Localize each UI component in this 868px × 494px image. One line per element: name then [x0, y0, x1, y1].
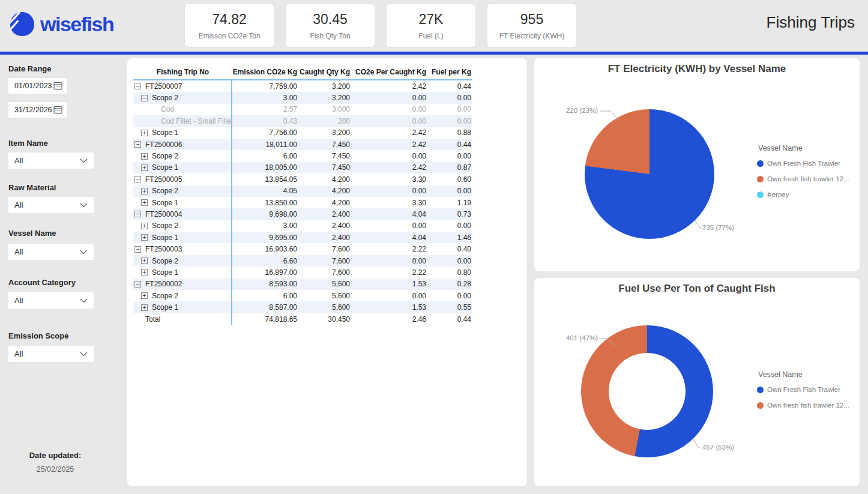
table-row[interactable]: +Scope 26.007,4500.000.00	[133, 150, 472, 161]
row-label: Scope 1	[152, 303, 178, 312]
collapse-icon[interactable]: −	[134, 141, 141, 148]
expand-icon[interactable]: +	[141, 269, 148, 276]
table-row[interactable]: +Scope 24.054,2000.000.00	[133, 185, 472, 197]
value-cell: 2.22	[351, 243, 427, 255]
table-row[interactable]: Cod Fillet - Small Fillet0.432000.000.00	[133, 115, 472, 127]
raw-material-dropdown[interactable]: All	[8, 197, 94, 213]
legend-item[interactable]: Own Fresh Fish Trawler	[757, 385, 858, 394]
table-row[interactable]: +Scope 19,695.002,4004.041.46	[133, 232, 472, 243]
emissions-matrix-card: Fishing Trip No Emission CO2e Kg Caught …	[127, 58, 527, 486]
table-row[interactable]: +Scope 18,587.005,6001.530.55	[133, 301, 472, 313]
row-label: Scope 1	[152, 128, 178, 137]
row-label: Scope 1	[152, 268, 178, 277]
end-date-input[interactable]: 31/12/2026	[8, 102, 67, 118]
table-row[interactable]: Total74,818.6530,4502.460.44	[133, 313, 472, 325]
legend-item[interactable]: Own fresh fish trawler 12...	[757, 175, 858, 183]
expand-icon[interactable]: +	[141, 164, 148, 171]
column-header[interactable]: CO2e Per Caught Kg	[351, 68, 427, 76]
column-header[interactable]: Emission CO2e Kg	[232, 68, 298, 76]
value-cell: 0.00	[427, 220, 472, 232]
expand-icon[interactable]: +	[141, 258, 148, 264]
calendar-icon[interactable]	[53, 82, 62, 90]
legend-item[interactable]: Þerney	[757, 190, 858, 199]
value-cell: 7,450	[298, 162, 351, 173]
table-row[interactable]: +Scope 23.002,4000.000.00	[133, 220, 472, 232]
legend-item[interactable]: Own fresh fish trawler 12...	[757, 401, 858, 409]
row-label: Scope 2	[152, 221, 178, 230]
chevron-down-icon	[80, 203, 88, 208]
value-cell: 5,600	[298, 290, 351, 301]
expand-icon[interactable]: +	[141, 130, 148, 136]
value-cell: 0.44	[427, 139, 472, 150]
row-label: Scope 2	[152, 94, 178, 102]
row-label: FT2500007	[145, 82, 182, 91]
legend-item[interactable]: Own Fresh Fish Trawler	[757, 159, 858, 167]
row-label: Cod	[161, 105, 174, 113]
table-row[interactable]: +Scope 113,850.004,2003.301.19	[133, 197, 472, 208]
value-cell: 16,897.00	[232, 267, 298, 278]
table-row[interactable]: Cod2.573,0000.000.00	[133, 104, 472, 115]
column-header[interactable]: Fishing Trip No	[133, 68, 232, 76]
value-cell: 74,818.65	[232, 313, 298, 325]
collapse-icon[interactable]: −	[134, 246, 141, 253]
value-cell: 0.00	[351, 104, 427, 115]
table-row[interactable]: −FT25000049,698.002,4004.040.73	[133, 208, 472, 220]
column-header[interactable]: Caught Qty Kg	[298, 68, 351, 76]
collapse-icon[interactable]: −	[141, 95, 148, 101]
table-row[interactable]: −Scope 23.003,2000.000.00	[133, 92, 472, 103]
table-row[interactable]: −FT250000513,854.054,2003.300.60	[133, 173, 472, 185]
expand-icon[interactable]: +	[141, 223, 148, 229]
calendar-icon[interactable]	[53, 106, 62, 114]
value-cell: 3,000	[298, 104, 351, 115]
expand-icon[interactable]: +	[141, 234, 148, 241]
collapse-icon[interactable]: −	[134, 176, 141, 182]
table-row[interactable]: −FT250000618,011.007,4502.420.44	[133, 139, 472, 150]
value-cell: 5,600	[298, 279, 351, 290]
collapse-icon[interactable]: −	[134, 211, 141, 217]
value-cell: 4,200	[298, 173, 351, 185]
column-header[interactable]: Fuel per Kg	[427, 68, 472, 76]
legend-dot-icon	[757, 402, 764, 409]
item-name-dropdown[interactable]: All	[8, 152, 94, 169]
expand-icon[interactable]: +	[141, 304, 148, 311]
raw-material-label: Raw Material	[8, 183, 56, 192]
row-header-cell: Cod	[133, 104, 232, 115]
collapse-icon[interactable]: −	[134, 281, 141, 288]
brand-name: wisefish	[40, 13, 113, 36]
value-cell: 1.53	[351, 279, 427, 290]
row-header-cell: +Scope 1	[133, 162, 232, 173]
kpi-value: 74.82	[212, 11, 247, 28]
table-row[interactable]: −FT25000028,593.005,6001.530.28	[133, 279, 472, 290]
collapse-icon[interactable]: −	[134, 83, 141, 89]
expand-icon[interactable]: +	[141, 292, 148, 299]
wisefish-logo: wisefish	[10, 11, 113, 37]
expand-icon[interactable]: +	[141, 188, 148, 194]
leader-lines	[534, 278, 750, 464]
filter-sidebar: Date Range 01/01/2023 31/12/2026 Item Na…	[0, 55, 127, 494]
emission-scope-dropdown[interactable]: All	[8, 346, 94, 362]
value-cell: 1.53	[351, 301, 427, 313]
start-date-input[interactable]: 01/01/2023	[8, 78, 67, 94]
table-row[interactable]: −FT250000316,903.607,6002.220.40	[133, 243, 472, 255]
account-category-dropdown[interactable]: All	[8, 292, 94, 309]
value-cell: 8,587.00	[232, 301, 298, 313]
date-range-label: Date Range	[8, 64, 52, 73]
donut-legend: Vessel Name Own Fresh Fish TrawlerOwn fr…	[757, 370, 858, 417]
table-row[interactable]: +Scope 118,005.007,4502.420.87	[133, 162, 472, 173]
legend-label: Þerney	[767, 191, 789, 198]
table-row[interactable]: +Scope 26.005,6000.000.00	[133, 290, 472, 301]
value-cell: 0.55	[427, 301, 472, 313]
vessel-name-dropdown[interactable]: All	[8, 244, 94, 260]
value-cell: 0.44	[427, 313, 472, 325]
table-row[interactable]: −FT25000077,759.003,2002.420.44	[133, 80, 472, 92]
expand-icon[interactable]: +	[141, 153, 148, 160]
table-row[interactable]: +Scope 17,756.003,2002.420.88	[133, 127, 472, 139]
kpi-label: Fish Qty Ton	[310, 32, 350, 40]
row-label: FT2500003	[145, 245, 182, 253]
table-row[interactable]: +Scope 26.607,6000.000.00	[133, 255, 472, 267]
expand-icon[interactable]: +	[141, 199, 148, 206]
header-divider	[0, 52, 868, 55]
value-cell: 0.00	[427, 290, 472, 301]
table-row[interactable]: +Scope 116,897.007,6002.220.80	[133, 267, 472, 278]
value-cell: 2.46	[351, 313, 427, 325]
